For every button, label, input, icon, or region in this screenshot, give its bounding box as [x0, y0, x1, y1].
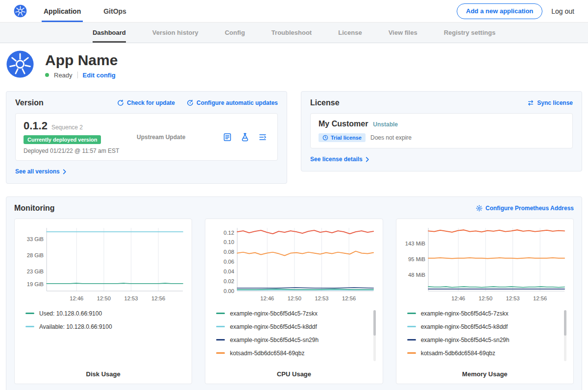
svg-text:12:50: 12:50	[288, 295, 301, 301]
deploy-logs-icon[interactable]	[258, 132, 268, 142]
disk-usage-card: 12:4612:5012:5312:5633 GiB28 GiB23 GiB19…	[14, 219, 192, 384]
tab-view-files[interactable]: View files	[389, 23, 417, 43]
legend-item: kotsadm-5db6dc6584-69qbz	[407, 350, 495, 357]
current-version-card: 0.1.2 Sequence 2 Currently deployed vers…	[15, 113, 278, 161]
tab-registry-settings[interactable]: Registry settings	[444, 23, 495, 43]
check-for-update-link[interactable]: Check for update	[117, 99, 175, 106]
configure-prometheus-label: Configure Prometheus Address	[486, 205, 574, 212]
edit-config-link[interactable]: Edit config	[83, 72, 116, 79]
tab-troubleshoot[interactable]: Troubleshoot	[271, 23, 312, 43]
topnav-tab-label: GitOps	[103, 7, 126, 15]
legend-label: example-nginx-5bc6f5d4c5-k8ddf	[421, 323, 508, 330]
version-sequence: Sequence 2	[51, 124, 83, 131]
svg-text:12:56: 12:56	[533, 295, 547, 301]
tab-dashboard[interactable]: Dashboard	[93, 23, 126, 43]
deployed-timestamp: Deployed 01/21/22 @ 11:57 am EST	[24, 147, 134, 154]
chevron-right-icon	[366, 157, 369, 162]
clock-icon	[322, 135, 328, 141]
legend-item: Used: 10.128.0.66:9100	[25, 310, 102, 317]
legend-swatch	[216, 313, 225, 314]
topnav-tab-gitops[interactable]: GitOps	[101, 0, 128, 22]
preflight-checks-icon[interactable]	[240, 132, 250, 142]
legend-scrollbar[interactable]	[373, 310, 376, 361]
customer-name: My Customer	[318, 120, 368, 128]
chevron-right-icon	[63, 169, 67, 174]
legend-label: example-nginx-5bc6f5d4c5-k8ddf	[230, 323, 317, 330]
trial-license-badge: Trial license	[318, 133, 366, 142]
tab-label: Dashboard	[93, 29, 126, 36]
legend-scrollbar[interactable]	[564, 310, 566, 361]
deployed-badge: Currently deployed version	[24, 135, 101, 144]
see-license-details-link[interactable]: See license details	[310, 156, 369, 163]
svg-text:95 MiB: 95 MiB	[408, 256, 425, 262]
configure-prometheus-link[interactable]: Configure Prometheus Address	[476, 205, 574, 212]
legend-swatch	[407, 326, 416, 327]
memory-usage-card: 12:4612:5012:5312:56143 MiB95 MiB48 MiB …	[396, 219, 574, 384]
svg-text:12:53: 12:53	[124, 295, 138, 301]
check-for-update-label: Check for update	[127, 99, 175, 106]
legend-swatch	[407, 352, 416, 354]
legend-swatch	[216, 339, 225, 341]
legend-item: example-nginx-5bc6f5d4c5-sn29h	[216, 337, 318, 343]
svg-text:0.06: 0.06	[223, 259, 234, 265]
svg-text:12:50: 12:50	[97, 295, 111, 301]
memory-usage-legend: example-nginx-5bc6f5d4c5-7zskxexample-ng…	[402, 309, 567, 366]
add-application-button[interactable]: Add a new application	[457, 3, 542, 19]
topnav-tab-label: Application	[44, 7, 81, 15]
legend-item: example-nginx-5bc6f5d4c5-7zskx	[407, 310, 509, 317]
logout-link[interactable]: Log out	[551, 7, 574, 15]
divider	[77, 72, 78, 78]
memory-usage-chart: 12:4612:5012:5312:56143 MiB95 MiB48 MiB	[402, 224, 567, 303]
svg-text:12:53: 12:53	[315, 295, 329, 301]
refresh-icon	[117, 99, 124, 106]
sync-license-link[interactable]: Sync license	[527, 99, 573, 106]
monitoring-title: Monitoring	[14, 204, 55, 213]
svg-text:12:56: 12:56	[342, 295, 356, 301]
legend-swatch	[25, 326, 34, 327]
svg-text:143 MiB: 143 MiB	[405, 241, 425, 246]
legend-swatch	[216, 326, 225, 327]
tab-label: Version history	[152, 29, 198, 36]
license-expiry: Does not expire	[370, 134, 412, 141]
sync-license-label: Sync license	[537, 99, 573, 106]
gear-icon	[476, 205, 483, 212]
tab-license[interactable]: License	[338, 23, 362, 43]
svg-text:12:46: 12:46	[261, 295, 274, 301]
legend-swatch	[216, 352, 225, 354]
topnav-tab-application[interactable]: Application	[42, 0, 83, 22]
license-panel: License Sync license My Customer Unstabl…	[301, 91, 582, 171]
svg-text:19 GiB: 19 GiB	[27, 281, 44, 287]
see-all-versions-link[interactable]: See all versions	[15, 168, 67, 175]
cpu-usage-legend: example-nginx-5bc6f5d4c5-7zskxexample-ng…	[211, 309, 376, 366]
svg-text:28 GiB: 28 GiB	[27, 252, 44, 258]
configure-auto-updates-label: Configure automatic updates	[196, 99, 278, 106]
configure-auto-updates-link[interactable]: Configure automatic updates	[187, 99, 278, 106]
legend-label: kotsadm-5db6dc6584-69qbz	[230, 350, 304, 357]
legend-swatch	[25, 313, 34, 314]
license-panel-title: License	[310, 98, 340, 107]
release-notes-icon[interactable]	[222, 132, 232, 142]
app-logo-icon	[6, 50, 34, 80]
topnav-right: Add a new application Log out	[457, 0, 574, 22]
kubernetes-logo-icon[interactable]	[14, 0, 27, 22]
see-license-details-label: See license details	[310, 156, 363, 163]
trial-license-label: Trial license	[331, 135, 362, 141]
chart-title: Memory Usage	[402, 370, 567, 378]
tab-label: Registry settings	[444, 29, 495, 36]
tab-version-history[interactable]: Version history	[152, 23, 198, 43]
legend-item: Available: 10.128.0.66:9100	[25, 323, 112, 330]
monitoring-panel: Monitoring Configure Prometheus Address …	[6, 196, 582, 390]
legend-label: Used: 10.128.0.66:9100	[39, 310, 102, 317]
svg-text:12:50: 12:50	[479, 295, 492, 301]
cpu-usage-chart: 12:4612:5012:5312:560.120.100.080.060.04…	[211, 224, 376, 303]
scrollbar-thumb[interactable]	[564, 310, 566, 336]
scrollbar-thumb[interactable]	[373, 310, 376, 336]
legend-item: example-nginx-5bc6f5d4c5-sn29h	[407, 337, 510, 343]
page-title: App Name	[45, 52, 118, 68]
legend-swatch	[407, 339, 416, 341]
tab-config[interactable]: Config	[225, 23, 245, 43]
legend-swatch	[407, 313, 416, 314]
chart-title: CPU Usage	[211, 370, 376, 378]
legend-item: example-nginx-5bc6f5d4c5-k8ddf	[216, 323, 317, 330]
app-header: App Name Ready Edit config	[0, 43, 588, 91]
